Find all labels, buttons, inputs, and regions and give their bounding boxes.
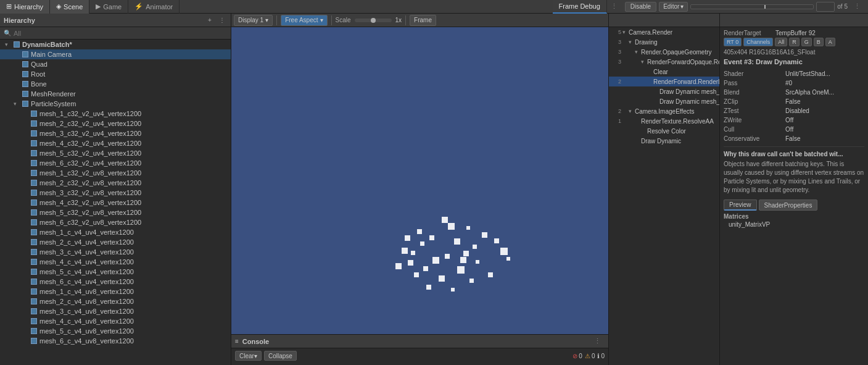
- hierarchy-item[interactable]: mesh_4_c_v4_uv8_vertex1200: [0, 316, 231, 326]
- frame-tree-header: [609, 14, 719, 27]
- hierarchy-search-input[interactable]: [14, 30, 227, 37]
- hierarchy-more-button[interactable]: ⋮: [217, 15, 227, 25]
- rt-button[interactable]: RT 0: [724, 38, 742, 46]
- hierarchy-item[interactable]: mesh_2_c_v4_uv8_vertex1200: [0, 296, 231, 306]
- hierarchy-item-label: Root: [31, 70, 45, 78]
- tree-item-label: Draw Dynamic mesh_2_c32_v2_uv4_vertex120…: [659, 98, 719, 105]
- hierarchy-item[interactable]: ▾ DynamicBatch*: [0, 40, 231, 49]
- disable-button[interactable]: Disable: [625, 2, 656, 12]
- hierarchy-item[interactable]: Root: [0, 69, 231, 79]
- console-title: Console: [242, 338, 269, 345]
- tab-more-button[interactable]: ⋮: [607, 2, 621, 10]
- frame-tree-item[interactable]: 2 RenderForward.RenderLoopJob: [609, 77, 719, 86]
- hierarchy-item[interactable]: Main Camera: [0, 49, 231, 59]
- object-icon: [30, 238, 38, 246]
- frame-tree-item[interactable]: Resolve Color: [609, 126, 719, 136]
- hierarchy-item[interactable]: mesh_4_c32_v2_uv4_vertex1200: [0, 138, 231, 148]
- tab-hierarchy[interactable]: ⊞ Hierarchy: [0, 0, 50, 14]
- frame-debug-more[interactable]: ⋮: [850, 2, 864, 10]
- frame-tree-item[interactable]: Draw Dynamic mesh_1_c32_v2_uv4_vertex120…: [609, 86, 719, 96]
- channels-button[interactable]: Channels: [743, 38, 773, 46]
- hierarchy-item[interactable]: mesh_6_c32_v2_uv4_vertex1200: [0, 158, 231, 168]
- channel-g-button[interactable]: G: [801, 38, 812, 46]
- object-icon: [30, 178, 38, 187]
- hierarchy-item[interactable]: mesh_4_c32_v2_uv8_vertex1200: [0, 198, 231, 208]
- matrix-item-vp: unity_MatrixVP: [724, 221, 864, 228]
- hierarchy-item-label: mesh_6_c32_v2_uv4_vertex1200: [39, 159, 141, 167]
- console-collapse-button[interactable]: Collapse: [264, 351, 297, 361]
- hierarchy-item[interactable]: mesh_1_c32_v2_uv4_vertex1200: [0, 109, 231, 119]
- hierarchy-item[interactable]: mesh_3_c32_v2_uv8_vertex1200: [0, 188, 231, 198]
- hierarchy-item[interactable]: mesh_6_c32_v2_uv8_vertex1200: [0, 217, 231, 227]
- hierarchy-item[interactable]: mesh_1_c_v4_uv8_vertex1200: [0, 287, 231, 296]
- hierarchy-item[interactable]: mesh_6_c_v4_uv8_vertex1200: [0, 336, 231, 346]
- tree-item-label: RenderForward.RenderLoopJob: [653, 78, 719, 85]
- hierarchy-item-label: mesh_4_c_v4_uv4_vertex1200: [39, 258, 134, 266]
- tree-count: 2: [611, 108, 621, 114]
- hierarchy-item[interactable]: MeshRenderer: [0, 89, 231, 99]
- hierarchy-item[interactable]: mesh_1_c_v4_uv4_vertex1200: [0, 227, 231, 237]
- frame-tree-item[interactable]: Draw Dynamic: [609, 136, 719, 146]
- scene-toolbar: Display 1 ▾ Free Aspect ▾ Scale 1x Frame: [231, 14, 608, 27]
- hierarchy-item[interactable]: mesh_3_c_v4_uv8_vertex1200: [0, 306, 231, 316]
- preview-button[interactable]: Preview: [724, 199, 757, 211]
- conservative-row: Conservative False: [724, 134, 864, 143]
- display-button[interactable]: Display 1 ▾: [234, 15, 273, 26]
- hierarchy-item[interactable]: mesh_1_c32_v2_uv8_vertex1200: [0, 168, 231, 178]
- hierarchy-add-button[interactable]: +: [205, 15, 215, 25]
- frame-tree-item[interactable]: Clear: [609, 67, 719, 77]
- hierarchy-item[interactable]: mesh_5_c_v4_uv4_vertex1200: [0, 267, 231, 277]
- hierarchy-item[interactable]: mesh_5_c32_v2_uv4_vertex1200: [0, 148, 231, 158]
- console-header: ≡ Console ⋮: [231, 335, 608, 348]
- cull-value: Off: [785, 126, 793, 133]
- hierarchy-item-label: mesh_6_c_v4_uv8_vertex1200: [39, 337, 134, 345]
- console-more-button[interactable]: ⋮: [590, 337, 605, 345]
- warning-body: Objects have different batching keys. Th…: [724, 160, 864, 195]
- frame-tree-item[interactable]: 3 ▾ Drawing: [609, 37, 719, 47]
- channel-r-button[interactable]: R: [789, 38, 800, 46]
- tab-scene[interactable]: ◈ Scene: [50, 0, 89, 14]
- tab-animator[interactable]: ⚡ Animator: [128, 0, 180, 14]
- hierarchy-item[interactable]: mesh_6_c_v4_uv4_vertex1200: [0, 277, 231, 287]
- frame-tree-item[interactable]: 5 ▾ Camera.Render: [609, 27, 719, 37]
- frame-tree-item[interactable]: Draw Dynamic mesh_2_c32_v2_uv4_vertex120…: [609, 96, 719, 106]
- hierarchy-item[interactable]: mesh_2_c32_v2_uv8_vertex1200: [0, 178, 231, 188]
- hierarchy-item[interactable]: mesh_2_c32_v2_uv4_vertex1200: [0, 119, 231, 128]
- frame-tree-item[interactable]: 3 ▾ RenderForwardOpaque.Render: [609, 57, 719, 67]
- event-title: Event #3: Draw Dynamic: [724, 58, 864, 65]
- channel-all-button[interactable]: All: [775, 38, 787, 46]
- frame-tree-item[interactable]: 3 ▾ Render.OpaqueGeometry: [609, 47, 719, 57]
- hierarchy-item[interactable]: mesh_5_c32_v2_uv8_vertex1200: [0, 208, 231, 217]
- particle: [476, 260, 479, 264]
- hierarchy-item[interactable]: ▾ ParticleSystem: [0, 99, 231, 109]
- hierarchy-item[interactable]: Bone: [0, 79, 231, 89]
- object-icon: [30, 119, 38, 128]
- object-icon: [30, 277, 38, 286]
- aspect-button[interactable]: Free Aspect ▾: [281, 15, 327, 26]
- console-clear-button[interactable]: Clear ▾: [235, 351, 262, 361]
- hierarchy-item[interactable]: Quad: [0, 59, 231, 69]
- pass-label: Pass: [724, 80, 785, 86]
- tab-frame-debug[interactable]: Frame Debug: [553, 0, 607, 14]
- frame-number-input[interactable]: 3: [816, 2, 835, 12]
- frame-tree-item[interactable]: 1 RenderTexture.ResolveAA: [609, 116, 719, 126]
- channel-b-button[interactable]: B: [814, 38, 824, 46]
- hierarchy-item[interactable]: mesh_3_c32_v2_uv4_vertex1200: [0, 128, 231, 138]
- hierarchy-item-label: mesh_6_c_v4_uv4_vertex1200: [39, 278, 134, 285]
- channel-a-button[interactable]: A: [825, 38, 835, 46]
- frame-button[interactable]: Frame: [410, 15, 436, 26]
- scene-game-panel: Display 1 ▾ Free Aspect ▾ Scale 1x Frame: [231, 14, 609, 365]
- hierarchy-item[interactable]: mesh_3_c_v4_uv4_vertex1200: [0, 247, 231, 257]
- zwrite-value: Off: [785, 117, 793, 124]
- hierarchy-item[interactable]: mesh_4_c_v4_uv4_vertex1200: [0, 257, 231, 267]
- editor-button[interactable]: Editor ▾: [659, 2, 688, 12]
- hierarchy-item[interactable]: mesh_5_c_v4_uv8_vertex1200: [0, 326, 231, 336]
- object-icon: [30, 337, 38, 345]
- shader-properties-button[interactable]: ShaderProperties: [759, 199, 818, 211]
- frame-tree-item[interactable]: 2 ▾ Camera.ImageEffects: [609, 106, 719, 116]
- hierarchy-item-label: MeshRenderer: [31, 90, 76, 98]
- shader-row: Shader Unlit/TestShad...: [724, 69, 864, 78]
- tab-game[interactable]: ▶ Game: [89, 0, 128, 14]
- tree-item-label: Resolve Color: [647, 128, 686, 135]
- hierarchy-item[interactable]: mesh_2_c_v4_uv4_vertex1200: [0, 237, 231, 247]
